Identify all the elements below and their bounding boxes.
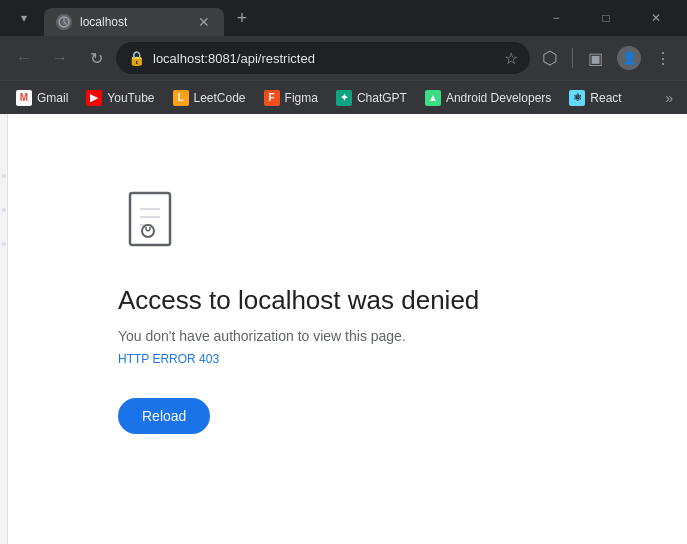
tab-title: localhost: [80, 15, 188, 29]
back-button[interactable]: ←: [8, 42, 40, 74]
sidebar-button[interactable]: ▣: [579, 42, 611, 74]
figma-icon: F: [264, 90, 280, 106]
chatgpt-icon: ✦: [336, 90, 352, 106]
youtube-icon: ▶: [86, 90, 102, 106]
window-controls: − □ ✕: [533, 4, 679, 32]
url-text: localhost:8081/api/restricted: [153, 51, 496, 66]
maximize-button[interactable]: □: [583, 4, 629, 32]
bookmark-star-icon[interactable]: ☆: [504, 49, 518, 68]
react-icon: ⚛: [569, 90, 585, 106]
extensions-button[interactable]: ⬡: [534, 42, 566, 74]
tab-favicon: [56, 14, 72, 30]
bookmark-gmail[interactable]: M Gmail: [8, 86, 76, 110]
bookmark-youtube-label: YouTube: [107, 91, 154, 105]
bookmark-android[interactable]: ▲ Android Developers: [417, 86, 559, 110]
svg-point-6: [145, 227, 147, 229]
tab-close-button[interactable]: ✕: [196, 14, 212, 30]
nav-right-controls: ⬡ ▣ 👤 ⋮: [534, 42, 679, 74]
reload-button[interactable]: ↻: [80, 42, 112, 74]
menu-button[interactable]: ⋮: [647, 42, 679, 74]
security-icon: 🔒: [128, 50, 145, 66]
bookmark-youtube[interactable]: ▶ YouTube: [78, 86, 162, 110]
strip-dot-2: [2, 208, 6, 212]
left-strip: [0, 114, 8, 544]
account-button[interactable]: 👤: [613, 42, 645, 74]
bookmark-gmail-label: Gmail: [37, 91, 68, 105]
bookmark-leetcode[interactable]: L LeetCode: [165, 86, 254, 110]
error-title: Access to localhost was denied: [118, 285, 479, 316]
strip-dot-3: [2, 242, 6, 246]
title-bar: ▾ localhost ✕ + − □ ✕: [0, 0, 687, 36]
error-page: Access to localhost was denied You don't…: [8, 114, 479, 544]
forward-button[interactable]: →: [44, 42, 76, 74]
tab-list-button[interactable]: ▾: [8, 2, 40, 34]
browser-window: ▾ localhost ✕ + − □ ✕ ← → ↻ 🔒 localhost:…: [0, 0, 687, 544]
bookmark-react-label: React: [590, 91, 621, 105]
content-area: Access to localhost was denied You don't…: [0, 114, 687, 544]
minimize-button[interactable]: −: [533, 4, 579, 32]
bookmarks-bar: M Gmail ▶ YouTube L LeetCode F Figma ✦ C…: [0, 80, 687, 114]
bookmark-android-label: Android Developers: [446, 91, 551, 105]
new-tab-button[interactable]: +: [228, 4, 256, 32]
address-bar[interactable]: 🔒 localhost:8081/api/restricted ☆: [116, 42, 530, 74]
android-icon: ▲: [425, 90, 441, 106]
error-code: HTTP ERROR 403: [118, 352, 219, 366]
active-tab[interactable]: localhost ✕: [44, 8, 224, 36]
bookmark-chatgpt-label: ChatGPT: [357, 91, 407, 105]
close-button[interactable]: ✕: [633, 4, 679, 32]
strip-dot-1: [2, 174, 6, 178]
leetcode-icon: L: [173, 90, 189, 106]
bookmark-leetcode-label: LeetCode: [194, 91, 246, 105]
bookmark-react[interactable]: ⚛ React: [561, 86, 629, 110]
bookmark-figma[interactable]: F Figma: [256, 86, 326, 110]
gmail-icon: M: [16, 90, 32, 106]
error-subtitle: You don't have authorization to view thi…: [118, 328, 406, 344]
error-icon: [118, 185, 190, 261]
bookmark-figma-label: Figma: [285, 91, 318, 105]
navigation-bar: ← → ↻ 🔒 localhost:8081/api/restricted ☆ …: [0, 36, 687, 80]
bookmarks-more-button[interactable]: »: [659, 86, 679, 110]
reload-button[interactable]: Reload: [118, 398, 210, 434]
bookmark-chatgpt[interactable]: ✦ ChatGPT: [328, 86, 415, 110]
tab-area: ▾ localhost ✕ +: [8, 0, 533, 36]
svg-point-7: [149, 227, 151, 229]
